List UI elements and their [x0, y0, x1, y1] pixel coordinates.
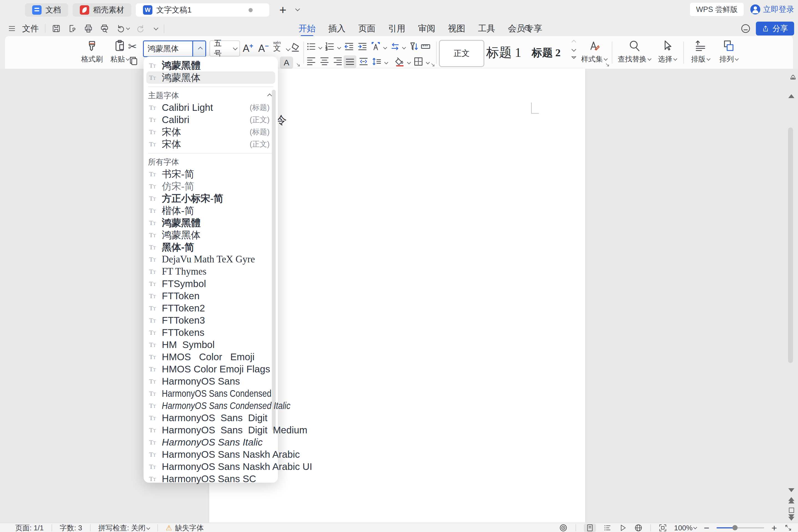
scroll-down-button[interactable] — [786, 488, 797, 492]
find-replace-button[interactable]: 查找替换 — [617, 39, 652, 64]
font-option[interactable]: TT 方正小标宋-简 — [144, 192, 278, 205]
share-button[interactable]: 分享 — [756, 22, 794, 36]
gallery-scroll-down-icon[interactable] — [572, 47, 576, 52]
menu-tab-2[interactable]: 页面 — [356, 20, 377, 37]
font-option[interactable]: TT FT Thymes — [144, 265, 278, 278]
read-mode-icon[interactable] — [619, 524, 627, 532]
sort-icon[interactable] — [408, 41, 419, 52]
collapse-section-icon[interactable] — [267, 94, 272, 98]
web-view-icon[interactable] — [634, 524, 643, 532]
font-name-combobox[interactable]: 鸿蒙黑体 — [143, 40, 206, 57]
font-option[interactable]: TT 宋体(标题) — [144, 126, 278, 138]
scroll-up-button[interactable] — [786, 94, 797, 98]
font-option[interactable]: TT DejaVu Math TeX Gyre — [144, 253, 278, 265]
copy-button[interactable] — [128, 55, 139, 66]
style-set-button[interactable]: 样式集 — [581, 39, 607, 64]
font-option[interactable]: TT 仿宋-简 — [144, 180, 278, 192]
file-menu[interactable]: 文件 — [22, 23, 39, 34]
search-icon[interactable] — [523, 24, 532, 33]
hamburger-menu-icon[interactable] — [8, 24, 16, 33]
arrange-button[interactable]: 排列 — [716, 39, 741, 64]
style-card-heading2[interactable]: 标题 2 — [525, 40, 567, 65]
menu-tab-4[interactable]: 审阅 — [416, 20, 437, 37]
font-option[interactable]: TT 书宋-简 — [144, 168, 278, 180]
page-count[interactable]: 页面: 1/1 — [15, 523, 44, 532]
fit-page-icon[interactable] — [659, 524, 667, 532]
character-scale-icon[interactable] — [370, 41, 381, 52]
menu-tab-5[interactable]: 视图 — [446, 20, 467, 37]
font-option[interactable]: TT Calibri(正文) — [144, 114, 278, 126]
font-color-button[interactable]: A — [280, 57, 293, 69]
menu-tab-3[interactable]: 引用 — [386, 20, 407, 37]
format-painter-button[interactable]: 格式刷 — [78, 39, 106, 64]
next-page-button[interactable] — [786, 514, 797, 521]
styles-dialog-launcher-icon[interactable] — [605, 63, 610, 68]
gallery-scroll-up-icon[interactable] — [572, 40, 576, 44]
paragraph-dialog-launcher-icon[interactable] — [431, 63, 436, 68]
font-option[interactable]: TT HMOS Color Emoji — [144, 351, 278, 363]
select-button[interactable]: 选择 — [654, 39, 680, 64]
decrease-indent-icon[interactable] — [344, 41, 355, 52]
assistant-icon[interactable] — [740, 23, 751, 34]
wps-version-badge[interactable]: WPS 尝鲜版 — [690, 3, 744, 16]
style-card-normal[interactable]: 正文 — [439, 40, 484, 67]
font-option[interactable]: TT HMOS Color Emoji Flags — [144, 363, 278, 375]
font-option[interactable]: TT FTSymbol — [144, 278, 278, 290]
document-tab[interactable]: 稻壳素材 — [73, 3, 131, 17]
increase-indent-icon[interactable] — [357, 41, 368, 52]
text-wrap-chevron-icon[interactable] — [402, 45, 406, 49]
undo-button[interactable] — [116, 24, 129, 33]
export-pdf-icon[interactable] — [68, 24, 77, 33]
outline-view-icon[interactable] — [603, 524, 611, 532]
font-option[interactable]: TT HarmonyOS Sans — [144, 375, 278, 387]
page-view-button[interactable] — [584, 524, 596, 532]
line-spacing-chevron-icon[interactable] — [384, 60, 388, 64]
character-scale-chevron-icon[interactable] — [383, 45, 387, 49]
new-tab-button[interactable]: + — [279, 4, 286, 16]
font-option[interactable]: TT FTTokens — [144, 326, 278, 339]
numbered-list-chevron-icon[interactable] — [337, 45, 341, 49]
text-wrap-icon[interactable] — [390, 41, 401, 52]
font-option[interactable]: TT HarmonyOS Sans Digit — [144, 412, 278, 424]
numbered-list-icon[interactable] — [324, 41, 335, 52]
scrollbar-thumb[interactable] — [788, 128, 793, 363]
font-option[interactable]: TT FTToken2 — [144, 302, 278, 314]
justify-button[interactable] — [344, 55, 356, 68]
phonetic-guide-button[interactable]: wén文 — [273, 40, 281, 52]
font-option[interactable]: TT HarmonyOS Sans Condensed Italic — [144, 400, 278, 412]
menu-tab-1[interactable]: 插入 — [326, 20, 347, 37]
font-option[interactable]: TT 鸿蒙黑体 — [146, 72, 275, 84]
shading-icon[interactable] — [394, 56, 405, 67]
increase-font-size-button[interactable]: A+ — [243, 42, 253, 54]
font-option[interactable]: TT 楷体-简 — [144, 205, 278, 217]
font-option[interactable]: TT 鸿蒙黑體 — [144, 59, 278, 72]
menu-tab-6[interactable]: 工具 — [476, 20, 497, 37]
document-tab[interactable]: 文字文稿1 — [136, 3, 269, 17]
decrease-font-size-button[interactable]: A− — [258, 42, 269, 54]
bullet-list-icon[interactable] — [306, 41, 317, 52]
font-option[interactable]: TT 鸿蒙黑体 — [144, 229, 278, 241]
font-size-chevron-icon[interactable] — [229, 41, 240, 56]
shading-chevron-icon[interactable] — [407, 60, 411, 64]
font-option[interactable]: TT HarmonyOS Sans Italic — [144, 436, 278, 448]
print-preview-icon[interactable] — [100, 24, 109, 33]
zoom-level[interactable]: 100% — [674, 524, 697, 532]
previous-page-button[interactable] — [786, 497, 797, 504]
word-count[interactable]: 字数: 3 — [60, 523, 82, 532]
ruler-toggle-icon[interactable] — [787, 74, 798, 81]
zoom-slider[interactable] — [717, 527, 764, 528]
zoom-out-button[interactable]: − — [704, 525, 709, 531]
redo-icon[interactable] — [136, 24, 146, 33]
fullscreen-icon[interactable] — [784, 524, 793, 532]
undo-chevron-icon[interactable] — [126, 26, 130, 30]
font-option[interactable]: TT Calibri Light(标题) — [144, 101, 278, 114]
font-option[interactable]: TT FTToken — [144, 290, 278, 302]
font-option[interactable]: TT HarmonyOS Sans SC — [144, 473, 278, 485]
font-option[interactable]: TT HarmonyOS Sans Condensed — [144, 387, 278, 400]
font-option[interactable]: TT HarmonyOS Sans Naskh Arabic — [144, 448, 278, 460]
customize-qat-chevron-icon[interactable] — [154, 26, 158, 31]
save-icon[interactable] — [52, 24, 61, 33]
clear-format-icon[interactable] — [289, 41, 301, 53]
align-right-icon[interactable] — [332, 56, 343, 67]
unsaved-dot-icon[interactable] — [249, 8, 253, 12]
